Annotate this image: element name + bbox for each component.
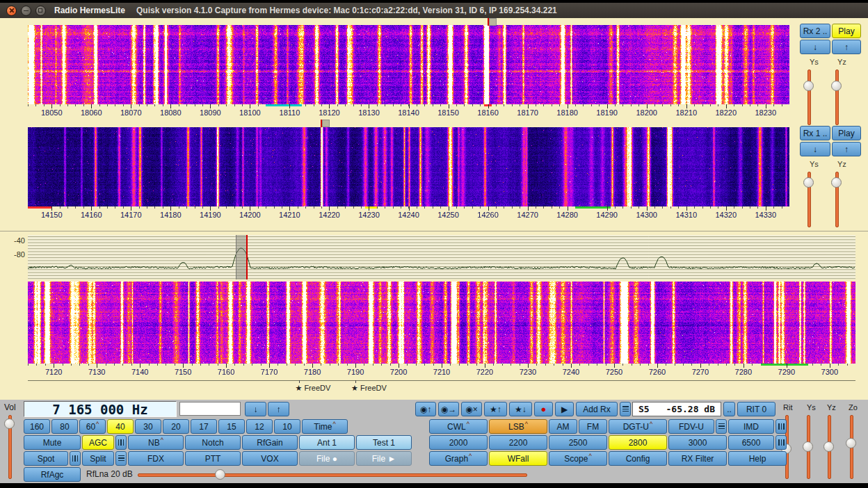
12-button[interactable]: 12 <box>246 419 273 434</box>
vox-button[interactable]: VOX <box>242 451 298 466</box>
spectrum-graph[interactable] <box>28 235 855 279</box>
rfgain-button[interactable]: RfGain <box>242 435 298 450</box>
freedv-station-marker[interactable]: ★ FreeDV <box>351 384 387 393</box>
slider-knob[interactable] <box>4 418 15 429</box>
waterfall-rx2[interactable] <box>28 25 789 104</box>
slider-knob[interactable] <box>823 441 834 452</box>
rx2-down-button[interactable]: ↓ <box>800 40 830 54</box>
ptt-button[interactable]: PTT <box>185 451 241 466</box>
memory-next-button[interactable]: ◉→ <box>438 402 459 416</box>
17-button[interactable]: 17 <box>191 419 217 434</box>
rx2-up-button[interactable]: ↑ <box>832 40 861 54</box>
fdx-button[interactable]: FDX <box>128 451 184 466</box>
smeter-config-button[interactable]: .. <box>723 402 735 416</box>
slider-knob[interactable] <box>215 469 225 480</box>
add-rx-button[interactable]: Add Rx <box>576 402 618 416</box>
freedv-station-marker[interactable]: ★ FreeDV <box>295 384 330 393</box>
slider-knob[interactable] <box>803 177 814 188</box>
20-button[interactable]: 20 <box>163 419 189 434</box>
nb-button[interactable]: NB^ <box>128 435 184 450</box>
maximize-icon[interactable] <box>35 6 46 16</box>
frequency-scale-rx2[interactable]: 1805018060180701808018090181001811018120… <box>28 104 789 118</box>
80-button[interactable]: 80 <box>51 419 78 434</box>
30-button[interactable]: 30 <box>135 419 161 434</box>
rfagc-button[interactable]: RfAgc <box>24 467 81 482</box>
rx2-select-button[interactable]: Rx 2 .. <box>800 24 830 38</box>
graph-button[interactable]: Graph^ <box>429 451 488 466</box>
smeter-menu-icon-button[interactable] <box>620 402 631 416</box>
slider-knob[interactable] <box>803 441 813 452</box>
spot-button[interactable]: Spot <box>24 451 68 466</box>
60-button[interactable]: 60^ <box>79 419 106 434</box>
am-button[interactable]: AM <box>549 419 577 434</box>
waterfall-rx1[interactable] <box>28 127 789 206</box>
2200-button[interactable]: 2200 <box>489 435 547 450</box>
filter-sliders-icon-button[interactable] <box>775 435 787 450</box>
frequency-scale-main[interactable]: 7120713071407150716071707180719072007210… <box>28 364 855 377</box>
tuning-marker-rx2[interactable] <box>488 18 497 26</box>
file-record-button[interactable]: File ● <box>299 451 355 466</box>
cwl-button[interactable]: CWL^ <box>429 419 488 434</box>
slider-knob[interactable] <box>846 438 856 448</box>
rflna-slider[interactable] <box>136 469 529 481</box>
agc-sliders-icon-button[interactable] <box>115 435 127 450</box>
rit-button[interactable]: RIT 0 <box>737 402 775 416</box>
time-button[interactable]: Time^ <box>302 419 348 434</box>
record-button[interactable]: ● <box>534 402 553 416</box>
ys-slider[interactable] <box>802 414 814 480</box>
3000-button[interactable]: 3000 <box>668 435 727 450</box>
frequency-entry-input[interactable] <box>179 402 241 416</box>
ant-1-button[interactable]: Ant 1 <box>299 435 355 450</box>
split-menu-icon-button[interactable] <box>115 451 127 466</box>
favorites-list-button[interactable]: ★↓ <box>509 402 532 416</box>
imd-sliders-icon-button[interactable] <box>775 419 787 434</box>
rx1-down-button[interactable]: ↓ <box>800 142 830 156</box>
tuning-marker-rx1[interactable] <box>321 120 330 127</box>
file-playback-button[interactable]: File ► <box>356 451 412 466</box>
rx-filter-button[interactable]: RX Filter <box>668 451 727 466</box>
vol-slider[interactable] <box>3 414 16 480</box>
config-button[interactable]: Config <box>609 451 667 466</box>
slider-knob[interactable] <box>803 81 814 91</box>
rx1-select-button[interactable]: Rx 1 .. <box>800 126 830 140</box>
frequency-scale-rx1[interactable]: 1415014160141701418014190142001421014220… <box>28 206 789 220</box>
scope-button[interactable]: Scope^ <box>549 451 607 466</box>
2000-button[interactable]: 2000 <box>429 435 488 450</box>
160-button[interactable]: 160 <box>24 419 50 434</box>
memory-delete-button[interactable]: ◉× <box>461 402 482 416</box>
memory-save-button[interactable]: ◉↑ <box>415 402 436 416</box>
rx-filter-band[interactable] <box>236 235 248 279</box>
rx1-ys-slider[interactable] <box>803 170 815 229</box>
playback-button[interactable]: ▶ <box>555 402 574 416</box>
15-button[interactable]: 15 <box>218 419 245 434</box>
imd-button[interactable]: IMD <box>728 419 774 434</box>
6500-button[interactable]: 6500 <box>728 435 774 450</box>
close-icon[interactable] <box>6 6 17 16</box>
notch-button[interactable]: Notch <box>185 435 241 450</box>
split-button[interactable]: Split <box>82 451 114 466</box>
2500-button[interactable]: 2500 <box>549 435 607 450</box>
fdv-u-button[interactable]: FDV-U <box>668 419 714 434</box>
test-1-button[interactable]: Test 1 <box>356 435 412 450</box>
10-button[interactable]: 10 <box>274 419 300 434</box>
rx1-yz-slider[interactable] <box>830 170 843 229</box>
fdv-menu-icon-button[interactable] <box>716 419 727 434</box>
slider-knob[interactable] <box>831 81 842 91</box>
yz-slider[interactable] <box>823 414 835 480</box>
rx2-ys-slider[interactable] <box>803 68 815 127</box>
wfall-button[interactable]: WFall <box>489 451 547 466</box>
rx1-play-button[interactable]: Play <box>832 126 861 140</box>
40-button[interactable]: 40 <box>107 419 134 434</box>
mute-button[interactable]: Mute <box>24 435 81 450</box>
fm-button[interactable]: FM <box>579 419 607 434</box>
agc-button[interactable]: AGC <box>82 435 114 450</box>
lsb-button[interactable]: LSB^ <box>489 419 547 434</box>
rx2-yz-slider[interactable] <box>830 68 843 127</box>
help-button[interactable]: Help <box>728 451 787 466</box>
tune-down-button[interactable]: ↓ <box>245 402 266 416</box>
spot-sliders-icon-button[interactable] <box>70 451 81 466</box>
rx1-up-button[interactable]: ↑ <box>832 142 861 156</box>
2800-button[interactable]: 2800 <box>609 435 667 450</box>
minimize-icon[interactable] <box>21 6 31 16</box>
slider-knob[interactable] <box>831 177 842 188</box>
